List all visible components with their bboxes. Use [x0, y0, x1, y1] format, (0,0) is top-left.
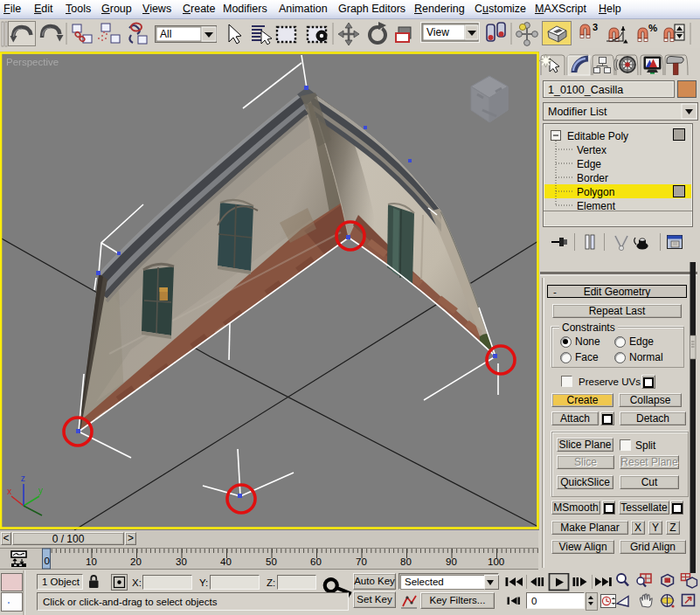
- svg-text:All: All: [160, 28, 171, 40]
- svg-text:1_0100_Casilla: 1_0100_Casilla: [548, 84, 623, 96]
- svg-text:-: -: [553, 287, 557, 297]
- svg-text:Border: Border: [577, 172, 608, 184]
- svg-text:100: 100: [488, 556, 504, 567]
- svg-text:Polygon: Polygon: [577, 186, 614, 198]
- svg-text:%: %: [648, 23, 657, 33]
- svg-text:20: 20: [130, 556, 142, 567]
- svg-text:y: y: [38, 486, 43, 495]
- svg-text:Editable Poly: Editable Poly: [567, 130, 628, 142]
- svg-text:Edit Geometry: Edit Geometry: [584, 286, 651, 298]
- svg-text:90: 90: [446, 556, 457, 567]
- svg-text:Vertex: Vertex: [577, 144, 606, 156]
- svg-text:Modifier List: Modifier List: [548, 106, 607, 118]
- svg-text:3: 3: [593, 22, 598, 32]
- svg-text:View: View: [426, 26, 449, 38]
- svg-text:Edge: Edge: [577, 158, 601, 170]
- svg-text:40: 40: [220, 556, 232, 567]
- svg-text:0: 0: [45, 556, 50, 566]
- svg-text:30: 30: [176, 556, 187, 567]
- svg-text:Perspective: Perspective: [6, 57, 59, 67]
- svg-text:60: 60: [310, 556, 322, 567]
- svg-text:Element: Element: [577, 200, 616, 212]
- svg-text:10: 10: [86, 556, 97, 567]
- svg-text:z: z: [21, 473, 25, 483]
- svg-text:80: 80: [400, 556, 412, 567]
- svg-text:70: 70: [356, 556, 367, 567]
- svg-text:x: x: [7, 487, 11, 496]
- svg-text:50: 50: [266, 556, 277, 567]
